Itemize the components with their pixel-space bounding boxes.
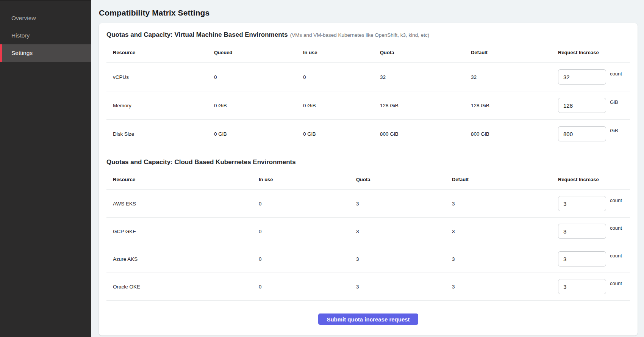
gcp-gke-request-input[interactable] [558, 224, 606, 239]
in-use-value: 0 [259, 284, 356, 290]
request-increase-cell: count [558, 251, 624, 266]
unit-label: count [610, 197, 622, 203]
quota-value: 3 [356, 256, 452, 262]
page-title: Compatibility Matrix Settings [99, 8, 638, 17]
request-increase-cell: count [558, 196, 624, 211]
k8s-section-title: Quotas and Capacity: Cloud Based Kuberne… [106, 158, 296, 166]
memory-request-input[interactable] [558, 98, 606, 113]
submit-quota-increase-button[interactable]: Submit quota increase request [318, 313, 418, 325]
unit-label: GiB [610, 99, 618, 105]
default-value: 3 [452, 229, 558, 234]
request-increase-cell: count [558, 279, 624, 294]
quota-value: 128 GiB [380, 103, 471, 108]
sidebar-item-label: Overview [11, 15, 36, 22]
resource-name: AWS EKS [113, 201, 259, 207]
request-increase-cell: count [558, 69, 624, 85]
resource-name: Disk Size [113, 131, 214, 137]
resource-name: vCPUs [113, 74, 214, 80]
sidebar-item-overview[interactable]: Overview [0, 9, 91, 27]
resource-name: GCP GKE [113, 229, 259, 234]
card-footer: Submit quota increase request [106, 301, 630, 329]
unit-label: count [610, 225, 622, 231]
request-increase-cell: count [558, 224, 624, 239]
vm-col-resource: Resource [113, 50, 214, 55]
table-row-oracle-oke: Oracle OKE 0 3 3 count [106, 273, 630, 301]
vm-table-header: Resource Queued In use Quota Default Req… [106, 42, 630, 63]
default-value: 3 [452, 284, 558, 290]
quota-value: 3 [356, 229, 452, 234]
unit-label: count [610, 253, 622, 259]
default-value: 800 GiB [471, 131, 558, 137]
k8s-section-heading: Quotas and Capacity: Cloud Based Kuberne… [106, 157, 630, 167]
oracle-oke-request-input[interactable] [558, 279, 606, 294]
k8s-col-quota: Quota [356, 177, 452, 182]
in-use-value: 0 [259, 229, 356, 234]
vm-section-note: (VMs and VM-based Kubernetes like OpenSh… [290, 32, 430, 38]
table-row-gcp-gke: GCP GKE 0 3 3 count [106, 218, 630, 245]
unit-label: count [610, 281, 622, 286]
aws-eks-request-input[interactable] [558, 196, 606, 211]
main-content: Compatibility Matrix Settings Quotas and… [91, 0, 644, 337]
k8s-col-default: Default [452, 177, 558, 182]
queued-value: 0 GiB [214, 103, 303, 108]
table-row-aws-eks: AWS EKS 0 3 3 count [106, 190, 630, 218]
quota-value: 3 [356, 284, 452, 290]
sidebar-item-history[interactable]: History [0, 27, 91, 44]
quota-settings-card: Quotas and Capacity: Virtual Machine Bas… [99, 23, 638, 335]
k8s-col-in-use: In use [259, 177, 356, 182]
table-row-memory: Memory 0 GiB 0 GiB 128 GiB 128 GiB GiB [106, 91, 630, 120]
table-row-disk-size: Disk Size 0 GiB 0 GiB 800 GiB 800 GiB Gi… [106, 120, 630, 148]
in-use-value: 0 [259, 256, 356, 262]
unit-label: count [610, 71, 622, 77]
vm-section-title: Quotas and Capacity: Virtual Machine Bas… [106, 31, 288, 38]
vm-col-default: Default [471, 50, 558, 55]
default-value: 32 [471, 74, 558, 80]
vcpus-request-input[interactable] [558, 69, 606, 85]
active-indicator [0, 44, 2, 62]
k8s-col-request-increase: Request Increase [558, 177, 624, 182]
in-use-value: 0 GiB [303, 131, 380, 137]
sidebar-item-settings[interactable]: Settings [0, 44, 91, 62]
resource-name: Memory [113, 103, 214, 108]
in-use-value: 0 [259, 201, 356, 207]
sidebar-item-label: Settings [11, 50, 33, 56]
vm-col-quota: Quota [380, 50, 471, 55]
vm-col-in-use: In use [303, 50, 380, 55]
table-row-azure-aks: Azure AKS 0 3 3 count [106, 245, 630, 273]
default-value: 128 GiB [471, 103, 558, 108]
default-value: 3 [452, 256, 558, 262]
queued-value: 0 GiB [214, 131, 303, 137]
queued-value: 0 [214, 74, 303, 80]
disk-size-request-input[interactable] [558, 126, 606, 141]
table-row-vcpus: vCPUs 0 0 32 32 count [106, 63, 630, 91]
resource-name: Azure AKS [113, 256, 259, 262]
vm-col-request-increase: Request Increase [558, 50, 624, 55]
k8s-table-header: Resource In use Quota Default Request In… [106, 169, 630, 190]
vm-section-heading: Quotas and Capacity: Virtual Machine Bas… [106, 30, 630, 40]
k8s-col-resource: Resource [113, 177, 259, 182]
sidebar-item-label: History [11, 32, 30, 39]
quota-value: 3 [356, 201, 452, 207]
request-increase-cell: GiB [558, 126, 624, 141]
in-use-value: 0 [303, 74, 380, 80]
sidebar: Overview History Settings [0, 0, 91, 337]
request-increase-cell: GiB [558, 98, 624, 113]
resource-name: Oracle OKE [113, 284, 259, 290]
in-use-value: 0 GiB [303, 103, 380, 108]
default-value: 3 [452, 201, 558, 207]
quota-value: 800 GiB [380, 131, 471, 137]
quota-value: 32 [380, 74, 471, 80]
unit-label: GiB [610, 128, 618, 133]
azure-aks-request-input[interactable] [558, 251, 606, 266]
vm-col-queued: Queued [214, 50, 303, 55]
